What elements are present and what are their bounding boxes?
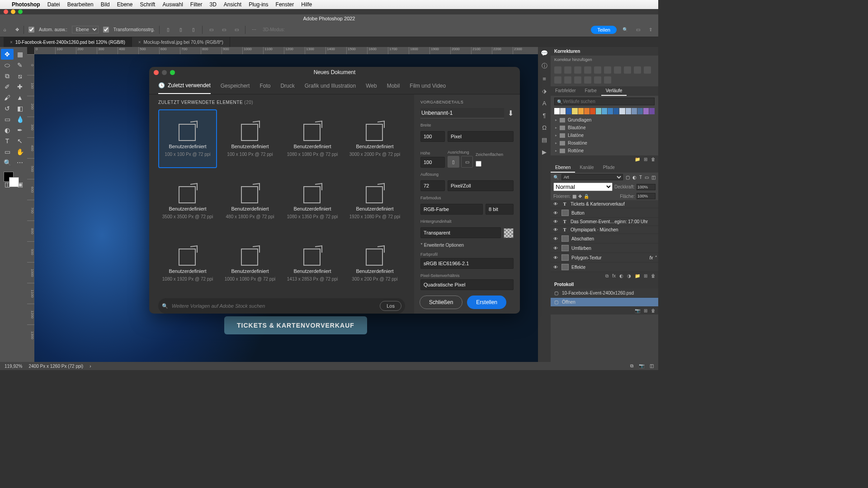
menu-bild[interactable]: Bild (101, 1, 110, 8)
tab-verlaeufe[interactable]: Verläufe (601, 86, 627, 96)
hue-icon[interactable] (604, 66, 611, 74)
dialog-tab[interactable]: Druck (280, 78, 294, 94)
path-select-tool[interactable]: ↖ (14, 136, 26, 146)
invert-icon[interactable] (564, 76, 571, 84)
gradient-search-input[interactable] (554, 98, 655, 105)
window-max-icon[interactable] (18, 9, 23, 14)
preset-card[interactable]: Benutzerdefiniert1080 x 1080 Px @ 72 ppi (283, 109, 342, 168)
stamp-tool[interactable]: ▲ (14, 92, 26, 103)
gradient-swatch[interactable] (632, 108, 637, 114)
filter-type-icon[interactable]: T (639, 175, 642, 180)
layer-row[interactable]: 👁TDas Sommer-Event…eginn: 17:00 Uhr (551, 218, 658, 226)
align-center-h-icon[interactable]: ▯ (177, 26, 185, 34)
menu-plugins[interactable]: Plug-ins (249, 1, 268, 8)
dialog-close-icon[interactable] (154, 70, 159, 75)
posterize-icon[interactable] (574, 76, 581, 84)
align-right-icon[interactable]: ▯ (189, 26, 198, 34)
properties-icon[interactable]: ≡ (542, 75, 546, 82)
dialog-max-icon[interactable] (170, 70, 175, 75)
ruler-vertical[interactable]: 0100200300400500600700800900100011001200… (27, 54, 34, 362)
quick-select-tool[interactable]: ✎ (14, 60, 26, 70)
preset-card[interactable]: Benutzerdefiniert3000 x 2000 Px @ 72 ppi (345, 109, 404, 168)
width-input[interactable] (420, 131, 445, 142)
lock-position-icon[interactable]: ✥ (578, 194, 582, 199)
lock-pixels-icon[interactable]: ▦ (572, 194, 576, 199)
preset-card[interactable]: Benutzerdefiniert1080 x 1350 Px @ 72 ppi (283, 172, 342, 230)
gradient-folder[interactable]: ▸Blautöne (554, 124, 655, 131)
new-gradient-icon[interactable]: ⊞ (644, 157, 647, 162)
gradient-swatch[interactable] (596, 108, 601, 114)
home-icon[interactable]: ⌂ (4, 27, 11, 32)
gradient-swatch[interactable] (590, 108, 595, 114)
window-close-icon[interactable] (4, 9, 8, 14)
gradient-map-icon[interactable] (594, 76, 601, 84)
levels-icon[interactable] (564, 66, 571, 74)
doc-tab-2[interactable]: ×Mockup-festival.jpg bei 70,6% (RGB/8*) (132, 37, 230, 47)
shape-tool[interactable]: ▭ (1, 146, 14, 157)
close-tab-icon[interactable]: × (138, 40, 141, 45)
auto-select-target[interactable]: Ebene (72, 26, 99, 33)
resolution-unit-select[interactable]: Pixel/Zoll (448, 180, 514, 191)
colordepth-select[interactable]: 8 bit (486, 204, 514, 215)
new-layer-icon[interactable]: ⊞ (644, 273, 647, 279)
menu-ansicht[interactable]: Ansicht (224, 1, 241, 8)
glyphs-icon[interactable]: Ω (542, 124, 547, 131)
layer-kind-select[interactable]: Art (561, 174, 623, 180)
gradient-swatch[interactable] (637, 108, 643, 114)
preset-card[interactable]: Benutzerdefiniert1000 x 1080 Px @ 72 ppi (221, 234, 279, 293)
menu-3d[interactable]: 3D (209, 1, 216, 8)
threshold-icon[interactable] (584, 76, 591, 84)
background-select[interactable]: Transparent (420, 227, 501, 238)
eraser-tool[interactable]: ◧ (14, 103, 26, 114)
colorbalance-icon[interactable] (614, 66, 621, 74)
curves-icon[interactable] (574, 66, 581, 74)
bw-icon[interactable] (624, 66, 631, 74)
preset-card[interactable]: Benutzerdefiniert100 x 100 Px @ 72 ppi (158, 109, 217, 168)
blend-mode-select[interactable]: Normal (553, 183, 613, 191)
adjust-icon[interactable]: ⬗ (542, 88, 547, 94)
gradient-swatch[interactable] (578, 108, 584, 114)
corrections-panel-header[interactable]: Korrekturen (551, 47, 658, 56)
history-item[interactable]: ▢Öffnen (551, 298, 658, 307)
transform-controls-checkbox[interactable] (103, 27, 109, 33)
filter-pixel-icon[interactable]: ▢ (626, 175, 630, 180)
history-panel-header[interactable]: Protokoll (551, 280, 658, 289)
share-export-icon[interactable]: ⇪ (646, 26, 655, 34)
artboards-checkbox[interactable] (476, 161, 481, 167)
menu-hilfe[interactable]: Hilfe (301, 1, 312, 8)
visibility-icon[interactable]: 👁 (552, 227, 559, 232)
delete-layer-icon[interactable]: 🗑 (651, 273, 656, 279)
preset-name-input[interactable] (420, 108, 504, 118)
channelmixer-icon[interactable] (644, 66, 651, 74)
gradient-swatch[interactable] (584, 108, 590, 114)
gradient-folder[interactable]: ▸Grundlagen (554, 116, 655, 124)
dialog-tab[interactable]: Film und Video (410, 78, 446, 94)
color-profile-select[interactable]: sRGB IEC61966-2.1 (420, 258, 514, 269)
layer-row[interactable]: 👁Umfärben (551, 244, 658, 253)
char-icon[interactable]: A (542, 100, 547, 107)
layer-row[interactable]: 👁Button (551, 208, 658, 218)
snapshot-icon[interactable]: 📷 (639, 363, 644, 369)
delete-state-icon[interactable]: 🗑 (651, 308, 656, 313)
vibrance-icon[interactable] (594, 66, 601, 74)
filter-shape-icon[interactable]: ▭ (645, 175, 649, 180)
dialog-tab[interactable]: Gespeichert (221, 78, 250, 94)
visibility-icon[interactable]: 👁 (552, 255, 559, 260)
visibility-icon[interactable]: 👁 (552, 265, 559, 270)
move-tool-icon[interactable]: ✥ (15, 27, 19, 32)
new-folder-icon[interactable]: 📁 (635, 157, 640, 162)
share-button[interactable]: Teilen (591, 26, 617, 34)
mask-icon[interactable]: ◐ (619, 273, 623, 279)
close-button[interactable]: Schließen (420, 296, 462, 309)
gradient-swatch[interactable] (560, 108, 566, 114)
adjustment-layer-icon[interactable]: ◑ (627, 273, 631, 279)
tab-kanaele[interactable]: Kanäle (575, 163, 598, 173)
visibility-icon[interactable]: 👁 (552, 246, 559, 251)
preset-card[interactable]: Benutzerdefiniert3500 x 3500 Px @ 72 ppi (158, 172, 217, 230)
brush-tool[interactable]: 🖌 (1, 92, 14, 103)
gradient-swatch[interactable] (602, 108, 607, 114)
auto-select-checkbox[interactable] (28, 27, 34, 33)
doc-tab-1[interactable]: ×10-Facebook-Event-2400x1260.psd bei 120… (4, 37, 132, 47)
width-unit-select[interactable]: Pixel (448, 131, 514, 142)
comments-icon[interactable]: 💬 (541, 50, 548, 56)
